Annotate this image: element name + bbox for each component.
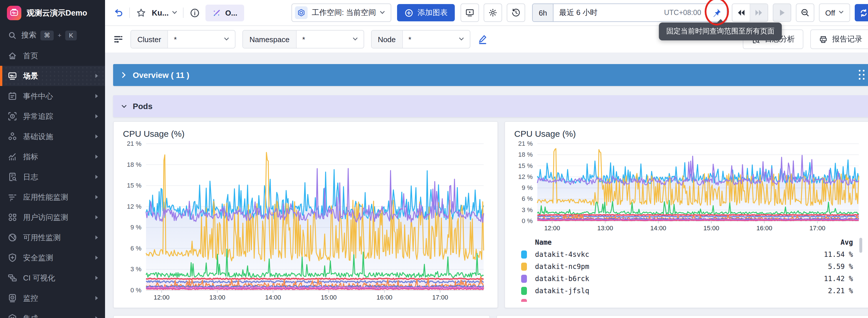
search-label: 搜索 xyxy=(21,30,36,40)
section-overview-title: Overview ( 11 ) xyxy=(133,70,189,80)
filter-namespace-select[interactable]: Namespace * xyxy=(242,30,364,49)
auto-refresh-value: Off xyxy=(825,8,835,17)
sidebar-item-integration[interactable]: 集成 xyxy=(0,308,105,318)
time-range-label: 最近 6 小时 xyxy=(559,7,659,18)
sidebar-item-error[interactable]: 异常追踪 xyxy=(0,106,105,126)
zoom-out-button[interactable] xyxy=(796,3,814,22)
dashboard-content: Overview ( 11 ) Pods CPU Usage (%) 0 %3 … xyxy=(105,53,868,318)
charts-row: CPU Usage (%) 0 %3 %6 %9 %12 %15 %18 %21… xyxy=(113,121,868,308)
chevron-right-icon xyxy=(95,174,99,180)
sidebar-item-ci[interactable]: CI 可视化 xyxy=(0,268,105,288)
shift-back-button[interactable] xyxy=(733,4,750,21)
legend-row[interactable]: datakit-b6rck11.42 % xyxy=(514,273,863,285)
filter-node-select[interactable]: Node * xyxy=(371,30,470,49)
pin-time-range-button[interactable]: 固定当前时间查询范围至所有页面 xyxy=(707,4,726,21)
sidebar-item-metrics[interactable]: 指标 xyxy=(0,147,105,167)
auto-refresh-select[interactable]: Off xyxy=(819,3,850,22)
history-button[interactable] xyxy=(507,3,525,22)
chart-title: CPU Usage (%) xyxy=(123,128,488,140)
time-quick-6h[interactable]: 6h xyxy=(533,4,554,21)
svg-text:12:00: 12:00 xyxy=(154,294,170,301)
sidebar-item-home[interactable]: 首页 xyxy=(0,45,105,66)
chevron-down-icon xyxy=(839,10,844,15)
top-toolbar: Ku... O... xyxy=(105,0,868,26)
chevron-down-icon xyxy=(172,10,178,15)
sidebar-search[interactable]: 搜索 ⌘ + K xyxy=(0,25,105,45)
svg-text:9 %: 9 % xyxy=(522,184,533,191)
pin-tooltip: 固定当前时间查询范围至所有页面 xyxy=(659,23,782,40)
shift-forward-button[interactable] xyxy=(750,4,768,21)
sidebar-item-monitor[interactable]: 监控 xyxy=(0,288,105,308)
legend-row-partial[interactable] xyxy=(514,297,863,302)
drag-handle-icon[interactable] xyxy=(859,70,865,80)
svg-text:12 %: 12 % xyxy=(127,203,142,210)
svg-text:0 %: 0 % xyxy=(130,287,142,294)
ai-query-button[interactable]: O... xyxy=(206,4,244,21)
refresh-button[interactable] xyxy=(855,4,868,21)
chevron-right-icon xyxy=(95,73,99,78)
search-icon xyxy=(7,30,17,40)
sidebar-item-scene[interactable]: 场景 xyxy=(0,66,105,86)
infra-icon xyxy=(7,132,17,141)
section-pods[interactable]: Pods xyxy=(113,95,868,117)
sidebar-item-security[interactable]: 安全监测 xyxy=(0,248,105,268)
legend-scrollbar[interactable] xyxy=(859,238,862,253)
section-pods-title: Pods xyxy=(133,102,152,111)
play-button[interactable] xyxy=(773,3,791,22)
kbd-k-key: K xyxy=(65,30,77,40)
svg-text:18 %: 18 % xyxy=(518,151,533,158)
svg-text:21 %: 21 % xyxy=(127,140,142,147)
cpu-usage-line-chart: 0 %3 %6 %9 %12 %15 %18 %21 %12:0013:0014… xyxy=(123,140,488,304)
dashboard-name-dropdown[interactable]: Ku... xyxy=(152,8,178,17)
star-icon[interactable] xyxy=(135,7,146,18)
divider xyxy=(129,7,130,18)
rum-icon xyxy=(7,212,17,222)
chevron-right-icon xyxy=(95,215,99,220)
svg-text:17:00: 17:00 xyxy=(809,224,825,232)
svg-text:6 %: 6 % xyxy=(522,195,533,202)
svg-text:9 %: 9 % xyxy=(130,224,142,231)
kbd-plus: + xyxy=(58,32,61,39)
svg-text:18 %: 18 % xyxy=(127,161,142,168)
time-range-input[interactable]: 最近 6 小时 UTC+08:00 xyxy=(554,4,707,21)
sidebar-item-event[interactable]: 事件中心 xyxy=(0,86,105,106)
svg-text:15:00: 15:00 xyxy=(703,224,719,232)
dashboard-page: 观测云演示Demo 搜索 ⌘ + K 首页 场景 xyxy=(0,0,868,318)
apm-icon xyxy=(7,192,17,202)
error-icon xyxy=(7,112,17,121)
chevron-right-icon xyxy=(95,235,99,240)
legend-row[interactable]: datakit-4svkc11.54 % xyxy=(514,248,863,260)
undo-icon[interactable] xyxy=(113,7,124,18)
app-logo-icon[interactable] xyxy=(7,6,21,20)
svg-text:16:00: 16:00 xyxy=(756,224,772,232)
sidebar-item-avail[interactable]: 可用性监测 xyxy=(0,227,105,248)
workspace-select[interactable]: 工作空间: 当前空间 xyxy=(291,3,391,22)
cpu-usage-line-chart: 0 %3 %6 %9 %12 %15 %18 %21 %12:0013:0014… xyxy=(514,140,863,235)
chevron-down-icon xyxy=(380,10,385,15)
svg-text:3 %: 3 % xyxy=(130,265,142,273)
add-chart-button[interactable]: 添加图表 xyxy=(397,4,455,21)
filter-cluster-select[interactable]: Cluster * xyxy=(130,30,236,49)
sidebar-item-rum[interactable]: 用户访问监测 xyxy=(0,207,105,227)
info-icon[interactable] xyxy=(190,7,200,18)
workspace-label: 工作空间: 当前空间 xyxy=(312,7,376,18)
sidebar-item-infra[interactable]: 基础设施 xyxy=(0,126,105,147)
filter-icon[interactable] xyxy=(113,34,124,44)
legend-row[interactable]: datakit-jfslq2.21 % xyxy=(514,285,863,297)
legend-row[interactable]: datakit-nc9pm5.59 % xyxy=(514,260,863,273)
svg-text:17:00: 17:00 xyxy=(432,294,448,301)
chevron-right-icon xyxy=(95,194,99,200)
sidebar-item-logs[interactable]: 日志 xyxy=(0,167,105,187)
sidebar-item-apm[interactable]: 应用性能监测 xyxy=(0,187,105,207)
time-shift-group xyxy=(732,3,768,22)
ai-query-label: O... xyxy=(225,8,238,17)
legend-header: NameAvg xyxy=(514,236,863,248)
toolbar-right-group: 6h 最近 6 小时 UTC+08:00 固定当前时间查询范围至所有页面 xyxy=(461,3,868,22)
chevron-down-icon xyxy=(121,104,127,108)
edit-filters-icon[interactable] xyxy=(477,34,487,44)
svg-text:21 %: 21 % xyxy=(518,140,533,147)
section-overview[interactable]: Overview ( 11 ) xyxy=(113,64,868,86)
report-record-button[interactable]: 报告记录 xyxy=(810,29,868,49)
presentation-mode-button[interactable] xyxy=(461,3,479,22)
settings-gear-button[interactable] xyxy=(484,3,502,22)
